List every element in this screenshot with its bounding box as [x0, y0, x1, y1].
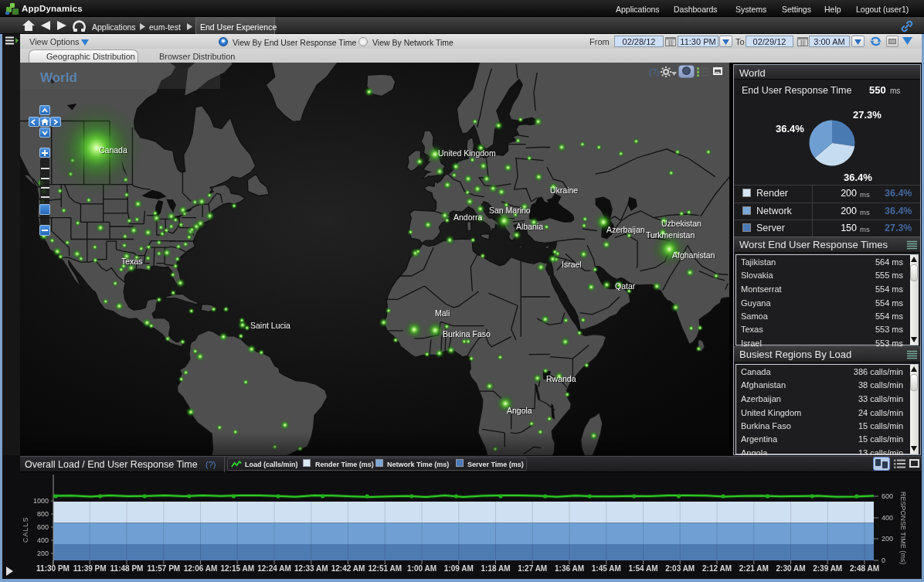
- svg-text:11:30 PM: 11:30 PM: [36, 564, 70, 573]
- svg-text:Rwanda: Rwanda: [546, 374, 576, 383]
- svg-text:Albania: Albania: [516, 222, 543, 231]
- svg-text:1:18 AM: 1:18 AM: [481, 564, 511, 573]
- svg-text:12:06 AM: 12:06 AM: [184, 564, 218, 573]
- svg-text:600: 600: [37, 523, 49, 531]
- svg-text:Turkmenistan: Turkmenistan: [646, 230, 695, 240]
- svg-text:Afghanistan: Afghanistan: [672, 250, 715, 260]
- svg-text:Canada: Canada: [99, 145, 127, 155]
- svg-text:600: 600: [882, 492, 893, 500]
- svg-text:United Kingdom: United Kingdom: [438, 148, 496, 158]
- svg-text:Qatar: Qatar: [615, 281, 636, 291]
- svg-text:1:00 AM: 1:00 AM: [407, 564, 437, 573]
- svg-text:Burkina Faso: Burkina Faso: [443, 329, 491, 339]
- svg-text:2:12 AM: 2:12 AM: [702, 564, 732, 573]
- svg-text:1:36 AM: 1:36 AM: [555, 564, 584, 573]
- svg-text:2:48 AM: 2:48 AM: [850, 564, 879, 573]
- svg-text:11:57 PM: 11:57 PM: [147, 564, 180, 573]
- svg-text:200: 200: [882, 535, 893, 543]
- svg-text:2:21 AM: 2:21 AM: [739, 564, 769, 573]
- svg-text:12:15 AM: 12:15 AM: [220, 564, 254, 573]
- svg-text:Azerbaijan: Azerbaijan: [606, 225, 645, 234]
- svg-text:Saint Lucia: Saint Lucia: [250, 321, 290, 330]
- svg-text:12:51 AM: 12:51 AM: [368, 564, 402, 573]
- svg-text:400: 400: [882, 514, 893, 522]
- svg-text:11:39 PM: 11:39 PM: [73, 564, 107, 573]
- svg-text:Ukraine: Ukraine: [550, 185, 578, 195]
- svg-text:12:42 AM: 12:42 AM: [331, 564, 365, 573]
- svg-text:San Marino: San Marino: [489, 206, 531, 215]
- svg-text:1000: 1000: [33, 497, 49, 505]
- svg-text:1:27 AM: 1:27 AM: [518, 564, 547, 573]
- svg-text:12:24 AM: 12:24 AM: [257, 564, 291, 573]
- svg-text:2:30 AM: 2:30 AM: [776, 564, 806, 573]
- svg-text:1:54 AM: 1:54 AM: [629, 564, 658, 573]
- svg-text:200: 200: [37, 550, 49, 557]
- svg-text:12:33 AM: 12:33 AM: [294, 564, 328, 573]
- svg-text:Israel: Israel: [562, 260, 582, 269]
- svg-text:2:39 AM: 2:39 AM: [813, 564, 842, 573]
- svg-text:Angola: Angola: [507, 406, 532, 415]
- svg-text:Mali: Mali: [435, 308, 450, 318]
- svg-text:11:48 PM: 11:48 PM: [110, 564, 144, 573]
- svg-text:2:03 AM: 2:03 AM: [665, 564, 695, 573]
- svg-text:1:45 AM: 1:45 AM: [592, 564, 621, 573]
- svg-text:800: 800: [37, 510, 49, 518]
- svg-text:400: 400: [37, 536, 49, 544]
- svg-text:Andorra: Andorra: [454, 213, 483, 222]
- svg-text:Uzbekistan: Uzbekistan: [661, 219, 701, 228]
- svg-text:0: 0: [882, 556, 885, 564]
- svg-text:Texas: Texas: [121, 257, 142, 266]
- svg-text:1:09 AM: 1:09 AM: [444, 564, 474, 573]
